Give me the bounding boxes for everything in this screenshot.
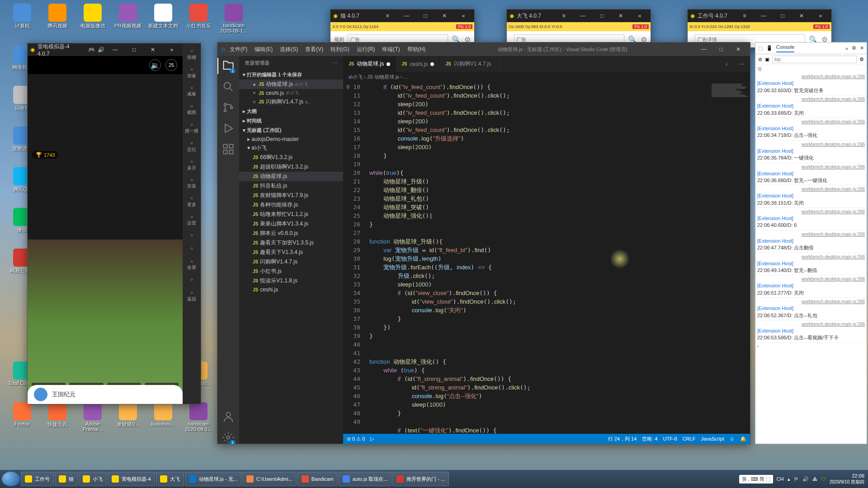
menu-item[interactable]: 编辑(E) [251,44,276,54]
close-button[interactable]: ✕ [730,44,746,55]
desktop-icon[interactable]: PR视频视频 [112,4,144,29]
breadcrumb[interactable]: a\小飞 › JS 动物星球.js › ... [343,72,750,82]
emulator-side-button[interactable]: ▫ [191,244,193,252]
tray-network-icon[interactable]: 🖧 [812,476,817,482]
maximize-button[interactable]: □ [594,10,610,21]
tray-up-icon[interactable]: ▴ [788,476,790,482]
desktop-icon[interactable]: 快捷方式 [42,402,73,428]
file-item[interactable]: JS 咕噜来帮忙V1.1.2.js [239,210,343,219]
close-button[interactable]: ✕ [613,10,629,21]
folder-item[interactable]: ▸ autojsDemo-master [239,135,343,143]
settings-icon[interactable]: ⚙ [852,45,856,51]
menu-item[interactable]: 转到(G) [327,44,353,54]
collapse-button[interactable]: « [812,10,829,21]
more-icon[interactable]: ⋯ [733,56,750,72]
settings-icon[interactable]: 1 [222,431,235,444]
ime-indicator[interactable]: 英 , ⌨ 简 ⬚ [739,475,773,483]
file-item[interactable]: JS 趣看天下V1.3.4.js [239,248,343,257]
maximize-button[interactable]: □ [417,10,434,21]
editor-tab[interactable]: JS动物星球.js [343,56,396,72]
tray-flag-icon[interactable]: 🏳 [794,476,799,482]
feedback-icon[interactable]: ☺ [730,436,735,441]
clock[interactable]: 22:06 2020/9/10 星期四 [830,473,864,484]
editor-tab[interactable]: JSceshi.js [396,56,440,72]
file-item[interactable]: JS 发财猫脚本V1.7.9.js [239,191,343,200]
taskbar-item[interactable]: 猫 [55,472,78,486]
status-encoding[interactable]: UTF-8 [663,436,677,441]
account-icon[interactable] [222,410,235,423]
taskbar-item[interactable]: 工作号 [21,472,54,486]
close-button[interactable]: ✕ [436,10,453,21]
emulator-side-button[interactable]: ▫安装 [187,176,196,189]
extensions-icon[interactable] [222,143,235,155]
emulator-side-button[interactable]: ▫截图 [187,102,196,115]
file-item[interactable]: JS 小红书.js [239,267,343,276]
menu-item[interactable]: 选择(S) [276,44,302,54]
emulator-side-button[interactable]: ▫ [191,276,193,283]
taskbar-item[interactable]: 动物星球.js - 无... [185,472,241,486]
close-button[interactable]: ✕ [793,10,810,21]
file-item[interactable]: JS 抖音私信.js [239,181,343,191]
desktop-icon[interactable]: kuaishou... [147,402,179,427]
open-editor-item[interactable]: ●JS 动物星球.js a\小飞 [239,80,343,89]
more-icon[interactable]: ⋯ [333,60,338,66]
taskbar-item[interactable]: Bandicam [297,472,338,486]
notifications-icon[interactable]: 🔔 [740,436,746,442]
emulator-titlebar[interactable]: ◉ 雷电模拟器-4 4.0.7 🎮 🔊 — □ ✕ « [28,43,183,56]
app-icon[interactable] [34,388,47,401]
file-item[interactable]: JS ceshi.js [239,286,343,294]
tray-shield-icon[interactable]: 🛡 [821,476,826,482]
open-editor-item[interactable]: ×JS ceshi.js a\小飞 [239,89,343,97]
run-debug-icon[interactable] [222,122,235,135]
status-eol[interactable]: CRLF [683,436,696,441]
minimap[interactable]: ███████████████████████ ████████████████… [709,82,750,434]
timeline-header[interactable]: ▸ 时间线 [239,116,343,126]
status-lang[interactable]: JavaScript [701,436,724,441]
desktop-icon[interactable]: 电脑版微信 [77,4,108,29]
emulator-side-button[interactable]: ▫返回 [187,289,196,302]
search-icon[interactable] [222,80,235,93]
taskbar-item[interactable]: C:\Users\Admi... [242,472,297,486]
desktop-icon[interactable]: 小红书音乐 [183,4,214,29]
taskbar-item[interactable]: 小飞 [79,472,107,486]
workspace-header[interactable]: ▾ 无标题 (工作区) [239,126,343,135]
open-editor-item[interactable]: ×JS 闪购啊V1.4.7.js a... [239,97,343,107]
close-icon[interactable]: ✕ [860,45,864,51]
outline-header[interactable]: ▸ 大纲 [239,107,343,116]
emulator-side-button[interactable]: ▫设置 [187,213,196,226]
game-viewport[interactable] [28,239,183,404]
maximize-button[interactable]: □ [126,44,142,55]
minimize-button[interactable]: — [755,10,772,21]
explorer-icon[interactable]: 1 [222,60,235,72]
menu-item[interactable]: 查看(V) [302,44,327,54]
menu-item[interactable]: 帮助(H) [404,44,429,54]
collapse-button[interactable]: « [455,10,472,21]
collapse-button[interactable]: « [632,10,648,21]
status-position[interactable]: 行 24，列 14 [608,436,637,442]
volume-icon[interactable]: 🔊 [98,47,104,53]
minimize-button[interactable]: — [398,10,415,21]
minimize-button[interactable]: — [107,44,123,55]
file-item[interactable]: JS 66啊V1.3.2.js [239,153,343,162]
file-item[interactable]: JS 脚本云 v0.6.0.js [239,229,343,238]
menu-icon[interactable]: ≡ [736,10,753,21]
desktop-icon[interactable]: Adobe Premie... [77,402,108,432]
device-icon[interactable]: 📱 [766,45,773,51]
run-icon[interactable]: ▷ [370,436,374,442]
file-item[interactable]: JS 动物星球.js [239,172,343,181]
emulator-side-button[interactable]: ▫更多 [187,194,196,207]
start-button[interactable] [2,472,20,486]
emulator-side-button[interactable]: ▫全屏 [187,258,196,271]
tray-lang[interactable]: CH [777,476,784,482]
emulator-side-button[interactable]: ▫ [191,231,193,239]
taskbar-item[interactable]: 大飞 [156,472,184,486]
desktop-icon[interactable]: 计算机 [6,4,38,29]
source-control-icon[interactable] [222,101,235,114]
inspect-icon[interactable]: ⬚ [758,45,763,51]
emulator-side-button[interactable]: ▫按键 [187,47,196,60]
sound-icon[interactable]: 🔉 [149,59,161,71]
maximize-button[interactable]: □ [713,44,729,55]
close-button[interactable]: ✕ [145,44,161,55]
emulator-side-button[interactable]: ▫定位 [187,139,196,152]
file-item[interactable]: JS 超级职场啊V1.3.2.js [239,162,343,172]
